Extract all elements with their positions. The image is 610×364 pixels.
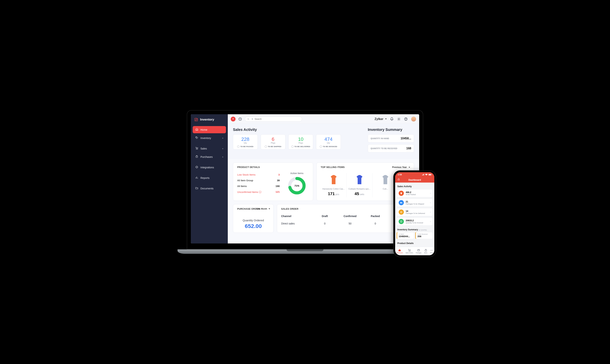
bag-icon — [195, 155, 198, 158]
svg-point-1 — [196, 149, 197, 149]
sales-card-foot: TO BE DELIVERED — [291, 145, 310, 148]
phone-tab-label: Packages — [416, 252, 421, 253]
phone-tab-packages[interactable]: Packages — [416, 249, 421, 253]
phone-tab-label: Items — [424, 252, 427, 253]
purchase-order-period[interactable]: This Month — [256, 208, 270, 210]
phone-tabbar: DashboardSales OrdersPackagesItemsMore — [395, 247, 434, 255]
top-item[interactable]: Hanswooly Cotton Cas...171pcs — [321, 173, 347, 197]
phone-bell-icon[interactable] — [397, 178, 400, 182]
search-input[interactable] — [255, 118, 300, 120]
phone-row-value: 14 — [406, 210, 425, 212]
phone-time: 2:59 — [398, 173, 402, 176]
chevron-right-icon: › — [430, 192, 431, 195]
inv-label: QUANTITY TO BE RECEIVED — [371, 147, 397, 150]
sales-card[interactable]: 228QtyTO BE PACKED — [233, 134, 258, 150]
chevron-right-icon: ▸ — [222, 156, 223, 158]
phone-tab-sales-orders[interactable]: Sales Orders — [406, 249, 413, 253]
active-items-pct: 71% — [288, 176, 306, 195]
add-button[interactable]: + — [231, 117, 236, 121]
so-cell: Direct sales — [281, 222, 313, 225]
main: + Zylker — [228, 114, 419, 244]
sidebar-item-integrations[interactable]: Integrations — [193, 164, 226, 171]
history-icon[interactable] — [238, 117, 242, 121]
phone-tab-items[interactable]: Items — [424, 249, 427, 253]
phone-tab-label: Dashboard — [396, 252, 403, 253]
sales-card-value: 6 — [272, 136, 274, 142]
item-qty: 171pcs — [322, 191, 345, 196]
search-scope-icon[interactable] — [251, 118, 253, 120]
sales-card-unit: Pkgs — [271, 142, 275, 144]
status-ring-icon — [320, 145, 322, 148]
sidebar-item-sales[interactable]: Sales▸ — [193, 145, 226, 152]
sales-card[interactable]: 10PkgsTO BE DELIVERED — [288, 134, 313, 150]
plug-icon — [195, 166, 198, 169]
item-image — [348, 174, 371, 186]
svg-point-2 — [197, 149, 198, 149]
svg-point-18 — [409, 251, 409, 251]
phone-title: Dashboard — [408, 179, 421, 181]
prod-row[interactable]: Low Stock Items3 — [237, 172, 280, 178]
svg-rect-12 — [429, 174, 431, 175]
phone-tab-dashboard[interactable]: Dashboard — [396, 249, 403, 253]
sidebar-item-purchases[interactable]: Purchases▸ — [193, 153, 226, 160]
phone-row-label: Packages To be Delivered — [406, 212, 425, 214]
sidebar-item-home[interactable]: Home — [193, 126, 226, 133]
item-image — [322, 174, 345, 186]
sidebar-label: Documents — [201, 187, 214, 190]
prod-val: 39 — [277, 179, 280, 182]
so-cell: 50 — [336, 222, 364, 225]
sidebar: Inventory HomeInventory▸Sales▸Purchases▸… — [191, 114, 228, 244]
chevron-right-icon: ▸ — [222, 147, 223, 150]
search-box[interactable] — [245, 117, 302, 122]
phone-inv-title: Inventory Summary (In Quantity) — [397, 227, 433, 232]
chevron-right-icon: ▸ — [222, 137, 223, 139]
sidebar-label: Purchases — [201, 156, 213, 158]
sidebar-label: Home — [201, 128, 207, 131]
sidebar-label: Sales — [201, 147, 207, 150]
sales-card[interactable]: 6PkgsTO BE SHIPPED — [261, 134, 285, 150]
phone-tab-label: More — [430, 252, 433, 253]
brand-label: Inventory — [200, 118, 214, 121]
prod-row[interactable]: Unconfirmed Items ⓘ121 — [237, 189, 280, 195]
search-icon — [247, 118, 249, 120]
prod-row[interactable]: All Item Group39 — [237, 178, 280, 183]
svg-rect-20 — [418, 249, 420, 251]
sales-card[interactable]: 474QtyTO BE INVOICED — [316, 134, 341, 150]
phone-activity-row[interactable]: 21Packages To be Shipped› — [397, 199, 433, 207]
prod-row[interactable]: All Items190 — [237, 183, 280, 189]
chevron-right-icon: › — [430, 201, 431, 204]
so-col-head: Confirmed — [336, 215, 364, 218]
phone-inv-label: To Be Received — [417, 233, 431, 235]
phone-prod-title: Product Details — [397, 241, 433, 246]
sidebar-item-inventory[interactable]: Inventory▸ — [193, 134, 226, 142]
top-selling-period[interactable]: Previous Year — [392, 166, 410, 169]
summary-row: Sales Activity 228QtyTO BE PACKED6PkgsTO… — [228, 124, 419, 159]
avatar[interactable] — [411, 117, 416, 122]
phone-activity-row[interactable]: 466.2To be Packed› — [397, 189, 433, 197]
sales-card-value: 10 — [298, 136, 303, 142]
phone-inv-value: 356 — [417, 235, 431, 238]
gear-icon[interactable] — [397, 117, 401, 121]
item-qty: 45sets — [348, 191, 371, 196]
sidebar-label: Integrations — [201, 166, 214, 169]
sales-card-unit: Qty — [244, 142, 247, 144]
sidebar-item-reports[interactable]: Reports — [193, 174, 226, 182]
phone-activity-row[interactable]: 20833.2Quantity To be Invoiced› — [397, 217, 433, 226]
bell-icon[interactable] — [390, 117, 394, 121]
po-label: Quantity Ordered — [237, 219, 269, 222]
help-icon[interactable] — [404, 117, 408, 121]
prod-key: Low Stock Items — [237, 173, 256, 176]
sidebar-item-documents[interactable]: Documents — [193, 185, 226, 192]
top-item[interactable]: Cutiepie Rompers-spo...45sets — [347, 173, 372, 197]
svg-point-14 — [400, 203, 401, 203]
phone-tab-label: Sales Orders — [406, 252, 413, 253]
phone-activity-row[interactable]: 14Packages To be Delivered› — [397, 208, 433, 216]
so-col-head: Channel — [281, 215, 313, 218]
sidebar-label: Reports — [201, 176, 209, 179]
phone-row-icon — [399, 219, 404, 224]
phone-row-icon — [399, 209, 404, 215]
phone-tab-more[interactable]: More — [430, 249, 433, 253]
org-switcher[interactable]: Zylker — [375, 117, 387, 121]
prod-key: Unconfirmed Items ⓘ — [237, 191, 261, 194]
inv-value: 10458... — [401, 137, 411, 140]
